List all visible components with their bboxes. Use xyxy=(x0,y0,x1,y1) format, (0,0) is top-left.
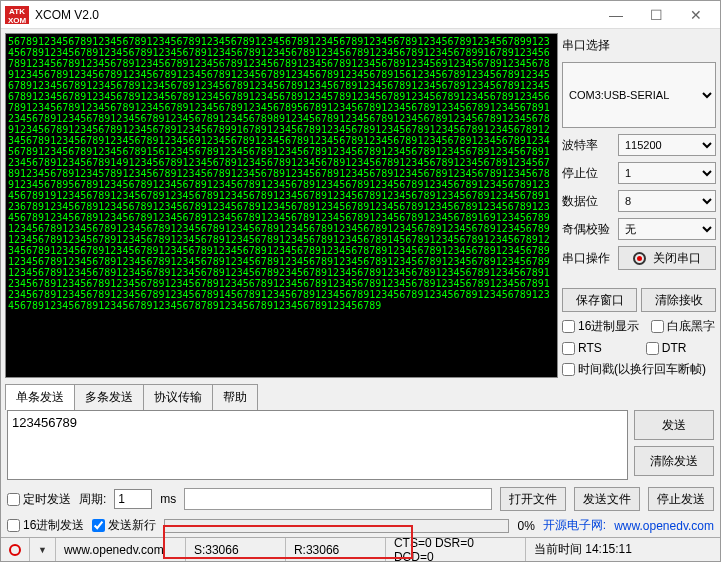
hex-send-checkbox[interactable]: 16进制发送 xyxy=(7,517,84,534)
app-logo: ATKXOM xyxy=(5,6,29,24)
minimize-button[interactable]: — xyxy=(596,2,636,28)
file-path-input[interactable] xyxy=(184,488,492,510)
tab-single-send[interactable]: 单条发送 xyxy=(5,384,75,410)
port-select[interactable]: COM3:USB-SERIAL xyxy=(562,62,716,128)
progress-percent: 0% xyxy=(517,519,534,533)
databit-label: 数据位 xyxy=(562,193,614,210)
stopbit-select[interactable]: 1 xyxy=(618,162,716,184)
status-received: R:33066 xyxy=(286,538,386,561)
save-window-button[interactable]: 保存窗口 xyxy=(562,288,637,312)
status-time: 当前时间 14:15:11 xyxy=(526,538,720,561)
tab-help[interactable]: 帮助 xyxy=(212,384,258,410)
tab-multi-send[interactable]: 多条发送 xyxy=(74,384,144,410)
terminal-output[interactable]: 5678912345678912345678912345678912345678… xyxy=(5,33,558,378)
link-prefix: 开源电子网: xyxy=(543,517,606,534)
databit-select[interactable]: 8 xyxy=(618,190,716,212)
maximize-button[interactable]: ☐ xyxy=(636,2,676,28)
timed-send-checkbox[interactable]: 定时发送 xyxy=(7,491,71,508)
clear-receive-button[interactable]: 清除接收 xyxy=(641,288,716,312)
close-port-button[interactable]: 关闭串口 xyxy=(618,246,716,270)
stopbit-label: 停止位 xyxy=(562,165,614,182)
progress-bar xyxy=(164,519,509,533)
port-select-label: 串口选择 xyxy=(562,37,716,54)
website-link[interactable]: www.openedv.com xyxy=(614,519,714,533)
open-file-button[interactable]: 打开文件 xyxy=(500,487,566,511)
clear-send-button[interactable]: 清除发送 xyxy=(634,446,714,476)
timestamp-checkbox[interactable]: 时间戳(以换行回车断帧) xyxy=(562,361,716,378)
status-sent: S:33066 xyxy=(186,538,286,561)
send-file-button[interactable]: 发送文件 xyxy=(574,487,640,511)
hex-display-checkbox[interactable]: 16进制显示 xyxy=(562,318,639,335)
record-status-icon[interactable] xyxy=(1,538,30,561)
window-title: XCOM V2.0 xyxy=(35,8,596,22)
tab-protocol[interactable]: 协议传输 xyxy=(143,384,213,410)
period-input[interactable] xyxy=(114,489,152,509)
period-label: 周期: xyxy=(79,491,106,508)
send-button[interactable]: 发送 xyxy=(634,410,714,440)
white-bg-checkbox[interactable]: 白底黑字 xyxy=(651,318,715,335)
baud-label: 波特率 xyxy=(562,137,614,154)
rts-checkbox[interactable]: RTS xyxy=(562,341,602,355)
send-newline-checkbox[interactable]: 发送新行 xyxy=(92,517,156,534)
stop-send-button[interactable]: 停止发送 xyxy=(648,487,714,511)
record-icon xyxy=(633,252,646,265)
close-button[interactable]: ✕ xyxy=(676,2,716,28)
status-signals: CTS=0 DSR=0 DCD=0 xyxy=(386,538,526,561)
ms-label: ms xyxy=(160,492,176,506)
baud-select[interactable]: 115200 xyxy=(618,134,716,156)
status-dropdown-icon[interactable]: ▼ xyxy=(30,538,56,561)
dtr-checkbox[interactable]: DTR xyxy=(646,341,687,355)
port-op-label: 串口操作 xyxy=(562,250,614,267)
send-textarea[interactable] xyxy=(7,410,628,480)
parity-label: 奇偶校验 xyxy=(562,221,614,238)
parity-select[interactable]: 无 xyxy=(618,218,716,240)
status-url[interactable]: www.openedv.com xyxy=(56,538,186,561)
